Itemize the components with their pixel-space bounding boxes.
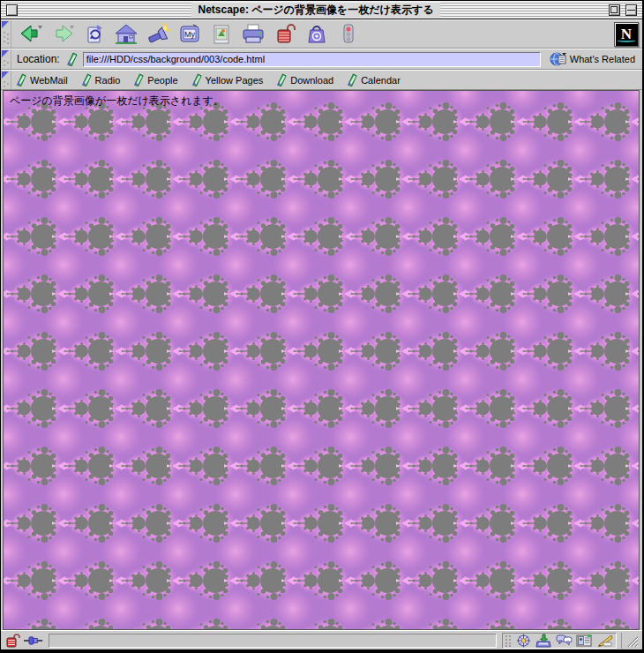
bookmark-item-radio[interactable]: Radio <box>80 73 121 86</box>
whats-related-label: What's Related <box>570 54 635 64</box>
component-bar <box>502 633 617 649</box>
navigator-wheel-icon <box>516 634 531 648</box>
zoom-box[interactable] <box>609 4 620 16</box>
mailbox-button[interactable] <box>534 633 553 649</box>
search-icon <box>146 23 170 46</box>
navigation-toolbar: My <box>1 19 642 49</box>
connection-plug-icon <box>24 634 43 647</box>
toolbar-grip[interactable] <box>1 71 11 89</box>
security-icon <box>273 23 296 46</box>
back-button[interactable] <box>15 21 47 48</box>
home-icon <box>114 23 139 46</box>
discussions-icon <box>556 634 573 647</box>
navigator-button[interactable] <box>513 633 533 649</box>
forward-button[interactable] <box>47 21 79 48</box>
reload-icon <box>83 23 106 46</box>
grip-dots-icon <box>2 21 11 48</box>
mailbox-icon <box>535 634 551 648</box>
collapse-box[interactable] <box>625 4 637 16</box>
bookmark-item-yellow-pages[interactable]: Yellow Pages <box>191 73 264 86</box>
address-book-button[interactable] <box>574 633 594 649</box>
discussions-button[interactable] <box>554 633 573 649</box>
toolbar-grip[interactable] <box>1 20 11 48</box>
shop-button[interactable] <box>301 21 333 48</box>
composer-button[interactable] <box>595 633 614 649</box>
bookmark-icon <box>346 73 358 86</box>
whats-related-button[interactable]: What's Related <box>550 52 635 66</box>
images-button[interactable] <box>206 21 237 48</box>
address-book-icon <box>576 634 592 647</box>
security-lock-open-icon <box>5 634 20 648</box>
status-message <box>49 634 497 648</box>
bookmark-item-calendar[interactable]: Calendar <box>346 73 401 86</box>
status-bar <box>1 630 642 649</box>
component-drag-handle[interactable] <box>505 634 513 647</box>
grip-dots-icon <box>2 50 11 69</box>
bookmark-icon <box>275 73 288 86</box>
stop-button[interactable] <box>333 21 364 48</box>
search-button[interactable] <box>142 21 174 48</box>
forward-icon <box>50 23 75 46</box>
logo-swoosh <box>617 38 636 42</box>
location-label: Location: <box>17 53 60 65</box>
bookmark-icon <box>191 73 203 86</box>
home-button[interactable] <box>110 21 142 48</box>
security-button[interactable] <box>269 21 301 48</box>
reload-button[interactable] <box>79 21 110 48</box>
svg-text:My: My <box>184 30 195 39</box>
resize-grip[interactable] <box>621 633 640 649</box>
back-icon <box>19 23 43 46</box>
page-viewport: ページの背景画像が一枚だけ表示されます。 <box>3 90 640 630</box>
window-title: Netscape: ページの背景画像を一枚だけ表示する <box>23 3 609 18</box>
netscape-logo[interactable]: N <box>614 22 639 47</box>
netscape-window: Netscape: ページの背景画像を一枚だけ表示する <box>0 0 644 653</box>
images-icon <box>210 23 233 46</box>
location-toolbar: Location: What's Related <box>1 49 642 70</box>
close-box[interactable] <box>6 4 18 16</box>
resize-grip-icon <box>625 634 639 648</box>
print-icon <box>241 23 266 46</box>
mandelbrot-tiled-background <box>4 91 639 629</box>
toolbar-grip[interactable] <box>1 49 11 69</box>
bookmark-item-people[interactable]: People <box>132 73 177 86</box>
bookmark-item-download[interactable]: Download <box>275 73 333 86</box>
my-netscape-button[interactable]: My <box>174 21 206 48</box>
connection-status-button[interactable] <box>24 633 43 649</box>
title-bar[interactable]: Netscape: ページの背景画像を一枚だけ表示する <box>1 1 642 19</box>
page-text: ページの背景画像が一枚だけ表示されます。 <box>10 94 224 109</box>
bookmark-icon <box>80 73 93 86</box>
content-frame: ページの背景画像が一枚だけ表示されます。 <box>1 90 642 630</box>
composer-icon <box>595 634 613 647</box>
shop-icon <box>305 23 328 46</box>
bookmark-icon <box>15 73 27 86</box>
bookmark-icon[interactable] <box>65 52 79 66</box>
security-status-button[interactable] <box>3 633 22 649</box>
my-netscape-icon: My <box>177 23 202 46</box>
location-input[interactable] <box>83 52 541 67</box>
print-button[interactable] <box>237 21 269 48</box>
stop-icon <box>339 23 358 46</box>
whats-related-globe-icon <box>550 52 567 66</box>
bookmark-icon <box>132 73 145 86</box>
grip-dots-icon <box>2 71 11 89</box>
personal-toolbar: WebMail Radio People Yellow Pages Downlo… <box>1 70 642 90</box>
bookmark-item-webmail[interactable]: WebMail <box>15 73 68 86</box>
